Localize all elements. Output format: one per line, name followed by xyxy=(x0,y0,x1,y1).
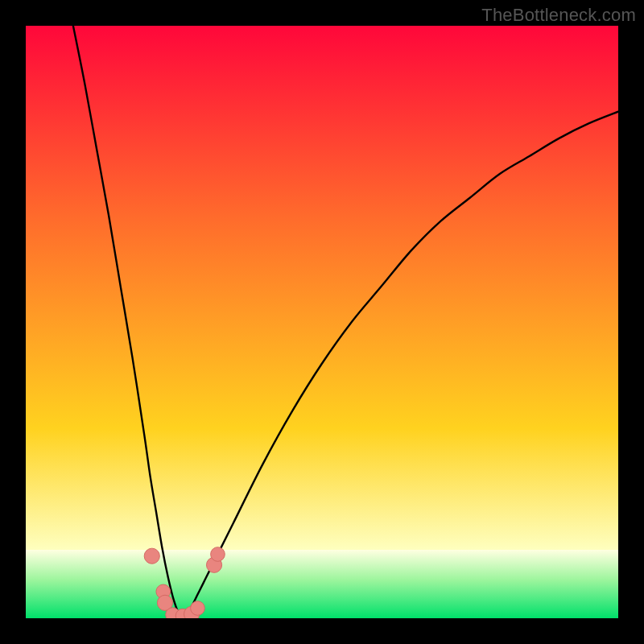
data-marker xyxy=(191,601,205,616)
watermark-text: TheBottleneck.com xyxy=(481,5,636,26)
outer-frame: TheBottleneck.com xyxy=(0,0,644,644)
data-marker xyxy=(211,547,225,562)
chart-background xyxy=(26,26,618,618)
bottleneck-chart xyxy=(26,26,618,618)
data-marker xyxy=(144,548,159,564)
